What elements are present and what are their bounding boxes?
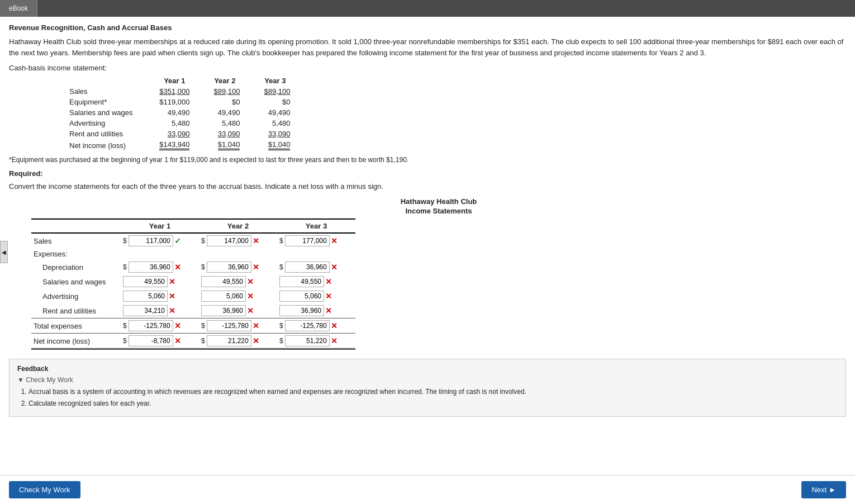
cash-table-row: Rent and utilities33,09033,09033,090: [65, 129, 294, 139]
income-cell: $✕: [277, 260, 355, 274]
cash-row-value: 5,480: [144, 118, 194, 129]
cash-row-value: $89,100: [244, 86, 294, 97]
income-input-row7-col2[interactable]: [285, 335, 330, 346]
income-cell: ✕: [199, 289, 277, 303]
incorrect-icon: ✕: [325, 306, 332, 315]
cash-row-value: $143,940: [144, 139, 194, 151]
income-input-row0-col2[interactable]: [285, 235, 330, 246]
incorrect-icon: ✕: [169, 306, 175, 315]
income-input-row4-col2[interactable]: [279, 291, 324, 302]
currency-symbol: $: [279, 337, 283, 345]
income-input-row6-col0[interactable]: [129, 320, 173, 331]
cash-row-label: Equipment*: [65, 97, 144, 107]
cash-row-value: 49,490: [194, 107, 244, 118]
income-table-row: Rent and utilities✕✕✕: [31, 303, 355, 318]
cash-row-label: Salaries and wages: [65, 107, 144, 118]
currency-symbol: $: [201, 237, 205, 245]
currency-symbol: $: [279, 322, 283, 330]
income-cell: ✕: [121, 289, 199, 303]
tab-ebook-label: eBook: [9, 4, 28, 12]
cash-basis-table: Year 1 Year 2 Year 3 Sales$351,000$89,10…: [65, 75, 294, 151]
income-input-row5-col1[interactable]: [201, 305, 246, 316]
income-row-label: Depreciation: [31, 260, 121, 274]
cash-row-value: $0: [194, 97, 244, 107]
income-cell: $✕: [199, 318, 277, 334]
incorrect-icon: ✕: [247, 306, 254, 315]
cash-row-value: 5,480: [194, 118, 244, 129]
income-cell: ✕: [199, 303, 277, 318]
income-table-row: Depreciation$✕$✕$✕: [31, 260, 355, 274]
income-input-row7-col1[interactable]: [207, 335, 251, 346]
income-table-row: Salaries and wages✕✕✕: [31, 274, 355, 289]
cash-row-value: $119,000: [144, 97, 194, 107]
income-input-row4-col0[interactable]: [123, 291, 168, 302]
check-my-work-toggle[interactable]: ▼ Check My Work: [17, 376, 838, 384]
income-cell: ✕: [277, 274, 355, 289]
cash-year1-header: Year 1: [144, 75, 194, 86]
income-statement-container: Hathaway Health Club Income Statements Y…: [31, 197, 846, 350]
feedback-box: Feedback ▼ Check My Work Accrual basis i…: [9, 359, 846, 417]
income-cell: ✕: [277, 289, 355, 303]
income-cell: $✕: [277, 318, 355, 334]
income-input-row4-col1[interactable]: [201, 291, 246, 302]
income-year2-header: Year 2: [199, 219, 277, 233]
incorrect-icon: ✕: [325, 277, 332, 286]
cash-row-value: $0: [244, 97, 294, 107]
currency-symbol: $: [123, 237, 127, 245]
incorrect-icon: ✕: [325, 292, 332, 301]
cash-year3-header: Year 3: [244, 75, 294, 86]
currency-symbol: $: [201, 263, 205, 271]
incorrect-icon: ✕: [247, 292, 254, 301]
cash-row-value: 33,090: [144, 129, 194, 139]
income-input-row6-col2[interactable]: [285, 320, 330, 331]
tab-bar: eBook: [0, 0, 855, 17]
cash-row-value: $89,100: [194, 86, 244, 97]
income-table-row: Advertising✕✕✕: [31, 289, 355, 303]
incorrect-icon: ✕: [247, 277, 254, 286]
income-input-row0-col1[interactable]: [207, 235, 251, 246]
income-cell: $✕: [199, 233, 277, 248]
income-cell: $✕: [199, 260, 277, 274]
cash-row-value: 33,090: [244, 129, 294, 139]
income-cell: ✕: [277, 303, 355, 318]
income-row-label: Total expenses: [31, 318, 121, 334]
income-input-row2-col1[interactable]: [207, 261, 251, 273]
income-cell: $✕: [277, 233, 355, 248]
section-title: Revenue Recognition, Cash and Accrual Ba…: [9, 23, 846, 32]
income-input-row3-col2[interactable]: [279, 276, 324, 287]
main-content: Revenue Recognition, Cash and Accrual Ba…: [0, 17, 855, 462]
cash-row-value: 5,480: [244, 118, 294, 129]
income-input-row6-col1[interactable]: [207, 320, 251, 331]
income-input-row7-col0[interactable]: [129, 335, 173, 346]
income-cell: $✕: [121, 334, 199, 349]
income-input-row2-col0[interactable]: [129, 261, 173, 273]
income-year3-header: Year 3: [277, 219, 355, 233]
feedback-item: Accrual basis is a system of accounting …: [28, 387, 838, 397]
cash-table-row: Salaries and wages49,49049,49049,490: [65, 107, 294, 118]
income-input-row5-col0[interactable]: [123, 305, 168, 316]
income-row-label: Advertising: [31, 289, 121, 303]
income-input-row3-col0[interactable]: [123, 276, 168, 287]
cash-row-label: Rent and utilities: [65, 129, 144, 139]
income-row-label: Expenses:: [31, 248, 121, 260]
income-cell: $✓: [121, 233, 199, 248]
cash-row-value: $351,000: [144, 86, 194, 97]
income-input-row0-col0[interactable]: [129, 235, 173, 246]
income-cell: ✕: [199, 274, 277, 289]
left-panel-toggle[interactable]: ◀: [0, 241, 8, 263]
incorrect-icon: ✕: [169, 292, 175, 301]
incorrect-icon: ✕: [253, 336, 259, 345]
income-input-row5-col2[interactable]: [279, 305, 324, 316]
income-row-label: Sales: [31, 233, 121, 248]
income-input-row2-col2[interactable]: [285, 261, 330, 273]
incorrect-icon: ✕: [174, 336, 181, 345]
cash-row-value: 49,490: [244, 107, 294, 118]
required-instruction: Convert the income statements for each o…: [9, 182, 846, 191]
cash-year2-header: Year 2: [194, 75, 244, 86]
income-input-row3-col1[interactable]: [201, 276, 246, 287]
tab-ebook[interactable]: eBook: [0, 0, 37, 17]
incorrect-icon: ✕: [331, 263, 338, 272]
income-cell: $✕: [199, 334, 277, 349]
income-cell: $✕: [277, 334, 355, 349]
cash-table-row: Advertising5,4805,4805,480: [65, 118, 294, 129]
